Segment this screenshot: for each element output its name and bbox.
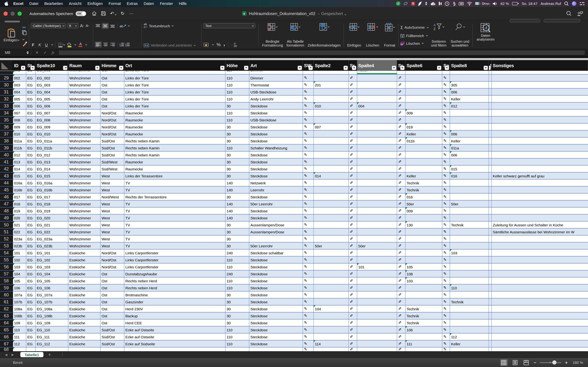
cell-p2[interactable]: ✐ xyxy=(349,186,357,193)
cell-p2[interactable]: ✐ xyxy=(349,334,357,340)
cell-art[interactable]: Steckdose xyxy=(249,312,303,319)
cell-sliver[interactable] xyxy=(489,95,492,102)
cell-art[interactable]: Thermostat xyxy=(249,82,303,88)
cell-s6[interactable]: 011b xyxy=(406,137,442,144)
cell-sonst[interactable] xyxy=(492,312,588,319)
cell-art[interactable]: USB-Steckdose xyxy=(249,89,303,95)
cell-sonst[interactable] xyxy=(492,326,588,333)
filter-button[interactable] xyxy=(21,66,25,70)
cell-s2[interactable] xyxy=(314,292,349,298)
cell-s8[interactable] xyxy=(450,215,489,221)
menu-item-datei[interactable]: Datei xyxy=(29,1,38,6)
cell-himmel[interactable]: West xyxy=(101,179,124,186)
cell-himmel[interactable]: Nord/West xyxy=(101,193,124,200)
redo-icon[interactable]: ↻ xyxy=(121,11,124,16)
cell-st[interactable]: EG xyxy=(26,298,36,305)
cell-p2[interactable]: ✐ xyxy=(349,263,357,270)
cell-s4[interactable] xyxy=(357,89,397,95)
cell-p3[interactable]: ✎ xyxy=(397,228,406,235)
cell-id[interactable]: 108b xyxy=(13,312,26,319)
cell-s8[interactable]: 50er xyxy=(450,200,489,207)
cell-p1[interactable]: ✎ xyxy=(303,89,314,95)
cell-hoehe[interactable]: 30 xyxy=(225,137,249,144)
updown-arrows-icon[interactable] xyxy=(425,1,427,6)
cell-p3[interactable]: ✎ xyxy=(397,221,406,228)
cell-s4[interactable]: Keller xyxy=(357,71,397,74)
cell-hoehe[interactable]: 30 xyxy=(225,319,249,326)
column-header-id[interactable]: ID xyxy=(13,60,26,71)
cell-st[interactable]: EG xyxy=(26,193,36,200)
cell-raum[interactable]: Essküche xyxy=(68,250,101,256)
cell-s4[interactable] xyxy=(357,179,397,186)
cell-art[interactable]: Leerrohr xyxy=(249,186,303,193)
cell-s8[interactable] xyxy=(450,292,489,298)
cell-sonst[interactable] xyxy=(492,334,588,340)
cell-sonst[interactable] xyxy=(492,117,588,123)
cell-p2[interactable]: ✐ xyxy=(349,144,357,151)
cell-hoehe[interactable]: 30 xyxy=(225,235,249,242)
cell-p2[interactable]: ✐ xyxy=(349,151,357,158)
sheet-tab-tabelle1[interactable]: Tabelle1 xyxy=(20,352,43,357)
cell-id[interactable]: 107b xyxy=(13,298,26,305)
align-center-icon[interactable] xyxy=(103,42,109,47)
cell-st[interactable]: EG xyxy=(26,228,36,235)
formula-input[interactable] xyxy=(59,50,585,55)
cell-sonst[interactable] xyxy=(492,124,588,130)
cell-himmel[interactable]: Nord/Ost xyxy=(101,124,124,130)
cell-s8[interactable]: 006 xyxy=(450,151,489,158)
cell-sonst[interactable] xyxy=(492,200,588,207)
cell-s2[interactable]: 50er xyxy=(314,242,349,249)
cell-p4[interactable]: ✎ xyxy=(442,215,450,221)
cell-id[interactable]: 021 xyxy=(13,221,26,228)
cell-s2[interactable] xyxy=(314,277,349,284)
cloud-icon[interactable] xyxy=(430,1,436,6)
cell-p4[interactable]: ✎ xyxy=(442,158,450,165)
cell-sp10[interactable]: EG_105 xyxy=(36,277,68,284)
cell-s2[interactable]: 007 xyxy=(314,124,349,130)
cell-sp10[interactable]: EG_017 xyxy=(36,193,68,200)
cell-hoehe[interactable]: 110 xyxy=(225,95,249,102)
row-number[interactable]: 61 xyxy=(0,298,13,305)
cell-p4[interactable]: ✎ xyxy=(442,151,450,158)
cell-st[interactable]: EG xyxy=(26,173,36,179)
cell-hoehe[interactable]: 30 xyxy=(225,242,249,249)
increase-indent-icon[interactable] xyxy=(125,43,130,46)
column-header-p4[interactable]: Sp xyxy=(442,60,450,71)
autosave-toggle[interactable]: EIN xyxy=(76,11,86,16)
cell-sliver[interactable] xyxy=(489,298,492,305)
cell-sp10[interactable]: EG_108b xyxy=(36,312,68,319)
cell-raum[interactable]: Wohnzimmer xyxy=(68,242,101,249)
cell-s2[interactable] xyxy=(314,71,349,74)
cell-s2[interactable] xyxy=(314,137,349,144)
cell-s8[interactable] xyxy=(450,277,489,284)
cell-st[interactable]: EG xyxy=(26,158,36,165)
cell-p4[interactable]: ✎ xyxy=(442,292,450,298)
zoom-slider[interactable] xyxy=(540,362,562,363)
cell-id[interactable]: 016b xyxy=(13,186,26,193)
cell-s4[interactable] xyxy=(357,124,397,130)
cell-raum[interactable]: Wohnzimmer xyxy=(68,158,101,165)
cell-s6[interactable]: Keller xyxy=(406,131,442,137)
cell-id[interactable]: 023a xyxy=(13,235,26,242)
cell-st[interactable]: EG xyxy=(26,208,36,214)
cell-s6[interactable] xyxy=(406,215,442,221)
cell-s4[interactable] xyxy=(357,277,397,284)
cell-raum[interactable]: Wohnzimmer xyxy=(68,89,101,95)
underline-button[interactable]: U xyxy=(44,43,49,47)
cell-sliver[interactable] xyxy=(489,257,492,263)
cell-art[interactable]: Aussenlampen/Dose xyxy=(249,228,303,235)
cell-styles-button[interactable]: Zellenformatvorlagen xyxy=(306,23,342,47)
cell-hoehe[interactable]: 30 xyxy=(225,193,249,200)
filter-button[interactable] xyxy=(352,66,356,70)
cell-art[interactable]: 50er Leerrohr xyxy=(249,200,303,207)
cell-sliver[interactable] xyxy=(489,89,492,95)
cell-p2[interactable]: ✐ xyxy=(349,82,357,88)
cell-p4[interactable]: ✎ xyxy=(442,312,450,319)
cell-s2[interactable] xyxy=(314,270,349,277)
cell-id[interactable]: 006 xyxy=(13,102,26,109)
column-header-sonst[interactable]: Sonstiges xyxy=(492,60,588,71)
cell-hoehe[interactable]: 240 xyxy=(225,250,249,256)
cell-sp10[interactable]: EG_001 xyxy=(36,71,68,74)
cell-himmel[interactable]: Ost xyxy=(101,319,124,326)
shottr-icon[interactable]: S xyxy=(411,1,415,5)
